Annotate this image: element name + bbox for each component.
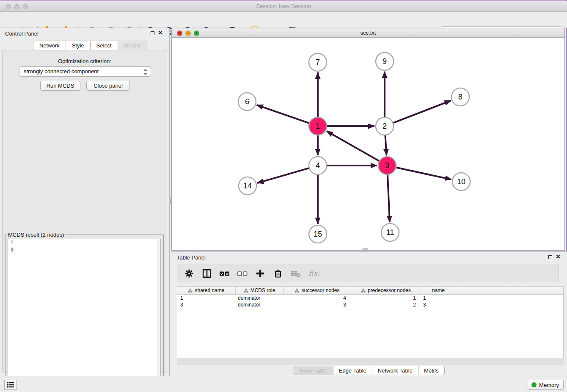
mcds-result-title: MCDS result (2 nodes) xyxy=(7,232,65,238)
network-canvas[interactable]: 7968124310141511 xyxy=(172,38,564,250)
node-label-3: 3 xyxy=(385,161,389,170)
node-label-15: 15 xyxy=(314,230,322,238)
mcds-tab-content: Optimization criterion: strongly connect… xyxy=(2,50,167,373)
attribute-tree-icon xyxy=(295,288,299,293)
column-header-successor-nodes[interactable]: successor nodes xyxy=(284,287,351,294)
table-panel: Table Panel ✕ f(x) shared nameMCDS role xyxy=(171,251,567,376)
node-label-4: 4 xyxy=(316,161,320,170)
tab-mcds[interactable]: MCDS xyxy=(118,41,146,50)
horizontal-splitter-grip[interactable] xyxy=(362,248,368,250)
memory-label: Memory xyxy=(539,382,559,388)
control-panel: Control Panel ✕ NetworkStyleSelectMCDS O… xyxy=(0,28,170,376)
table-header-row: shared nameMCDS rolesuccessor nodesprede… xyxy=(177,287,563,295)
table-cell[interactable]: dominator xyxy=(236,301,284,308)
control-panel-title: Control Panel xyxy=(5,30,39,37)
node-label-14: 14 xyxy=(243,182,252,190)
control-panel-tabs: NetworkStyleSelectMCDS xyxy=(33,41,146,50)
list-icon xyxy=(6,381,15,389)
result-scrollbar[interactable] xyxy=(157,239,160,392)
column-header-name[interactable]: name xyxy=(421,287,456,294)
tab-network-table[interactable]: Network Table xyxy=(372,366,418,375)
node-label-7: 7 xyxy=(316,58,320,66)
optimization-criterion-label: Optimization criterion: xyxy=(3,58,167,64)
table-cell[interactable]: 1 xyxy=(421,295,456,301)
network-window-titlebar[interactable]: scc.txt xyxy=(172,28,564,38)
table-tabs: Node TableEdge TableNetwork TableMotifs xyxy=(171,366,567,375)
table-cell[interactable]: 1 xyxy=(177,295,236,301)
function-builder-icon[interactable]: f(x) xyxy=(308,268,319,279)
node-label-1: 1 xyxy=(316,122,320,130)
splitter-grip[interactable] xyxy=(169,197,171,204)
edge-3-1[interactable] xyxy=(327,131,380,161)
main-toolbar xyxy=(0,12,567,28)
mcds-result-line: 3 xyxy=(8,246,160,254)
column-header-MCDS-role[interactable]: MCDS role xyxy=(236,287,284,294)
delete-table-icon[interactable] xyxy=(290,268,302,279)
table-cell[interactable]: 3 xyxy=(284,301,351,308)
optimization-criterion-select[interactable]: strongly connected component xyxy=(19,66,151,77)
node-table: shared nameMCDS rolesuccessor nodesprede… xyxy=(177,286,564,358)
mcds-result-textarea[interactable]: 13 xyxy=(8,239,161,392)
deselect-all-columns-icon[interactable] xyxy=(237,268,248,279)
tab-style[interactable]: Style xyxy=(66,41,91,50)
edge-1-6[interactable] xyxy=(257,105,310,124)
table-cell[interactable]: 2 xyxy=(351,301,421,308)
edge-4-14[interactable] xyxy=(257,168,310,183)
edge-3-11[interactable] xyxy=(388,174,390,222)
table-panel-title: Table Panel xyxy=(177,254,206,261)
chevron-up-down-icon xyxy=(143,68,148,79)
close-panel-icon[interactable]: ✕ xyxy=(158,29,163,36)
tab-node-table[interactable]: Node Table xyxy=(294,366,333,375)
node-label-9: 9 xyxy=(383,57,387,66)
table-toolbar: f(x) xyxy=(177,265,559,282)
edge-2-3[interactable] xyxy=(385,135,386,155)
svg-text:f(x): f(x) xyxy=(308,270,319,277)
memory-status-dot xyxy=(531,382,537,387)
edge-3-10[interactable] xyxy=(396,167,451,179)
close-panel-button[interactable]: Close panel xyxy=(86,81,130,91)
edge-2-8[interactable] xyxy=(393,101,451,123)
add-column-icon[interactable] xyxy=(254,268,266,279)
float-table-panel-icon[interactable] xyxy=(548,255,552,259)
table-row[interactable]: 1dominator411 xyxy=(177,295,563,301)
mcds-result-group: MCDS result (2 nodes) 13 xyxy=(6,232,164,392)
tab-edge-table[interactable]: Edge Table xyxy=(333,366,372,375)
table-bottom-band xyxy=(177,358,564,365)
node-label-8: 8 xyxy=(458,93,462,101)
table-cell[interactable]: 3 xyxy=(177,301,236,308)
status-bar: Memory xyxy=(0,376,567,392)
memory-button[interactable]: Memory xyxy=(528,380,564,390)
table-cell[interactable]: 4 xyxy=(284,295,351,301)
select-all-columns-icon[interactable] xyxy=(219,268,231,279)
table-settings-icon[interactable] xyxy=(183,268,195,279)
table-cell[interactable]: dominator xyxy=(236,295,284,301)
mcds-result-line: 1 xyxy=(8,239,160,246)
table-cell[interactable]: 1 xyxy=(351,295,421,301)
window-title: Session: New Session xyxy=(0,3,567,9)
table-cell[interactable]: 3 xyxy=(421,301,456,308)
run-mcds-button[interactable]: Run MCDS xyxy=(40,81,80,91)
main-titlebar: Session: New Session xyxy=(0,1,567,12)
tab-select[interactable]: Select xyxy=(91,41,118,50)
node-label-11: 11 xyxy=(386,228,394,237)
attribute-tree-icon xyxy=(244,288,248,293)
task-history-button[interactable] xyxy=(4,380,17,390)
delete-column-icon[interactable] xyxy=(272,268,284,279)
float-panel-icon[interactable] xyxy=(151,31,154,35)
show-column-panel-icon[interactable] xyxy=(201,268,213,279)
node-label-10: 10 xyxy=(457,177,465,186)
attribute-tree-icon xyxy=(361,288,366,293)
tab-network[interactable]: Network xyxy=(33,41,66,50)
column-header-predecessor-nodes[interactable]: predecessor nodes xyxy=(351,287,421,294)
table-row[interactable]: 3dominator323 xyxy=(177,301,563,308)
column-header-shared-name[interactable]: shared name xyxy=(177,287,236,294)
close-table-panel-icon[interactable]: ✕ xyxy=(556,253,561,260)
network-window-title: scc.txt xyxy=(172,30,564,36)
network-graph[interactable]: 7968124310141511 xyxy=(172,38,564,250)
attribute-tree-icon xyxy=(188,288,193,293)
tab-motifs[interactable]: Motifs xyxy=(418,366,445,375)
network-view-window: scc.txt 7968124310141511 xyxy=(171,28,565,251)
node-label-6: 6 xyxy=(245,97,249,106)
node-label-2: 2 xyxy=(383,122,387,130)
